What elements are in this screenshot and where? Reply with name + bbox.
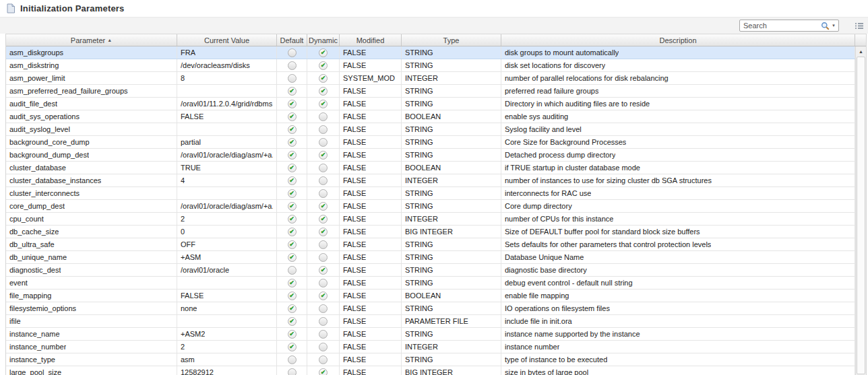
cell-text: FALSE: [343, 189, 366, 197]
table-row[interactable]: db_cache_size0✔✔FALSEBIG INTEGERSize of …: [6, 226, 855, 238]
table-row[interactable]: cpu_count2✔✔FALSEINTEGERnumber of CPUs f…: [6, 213, 855, 226]
unchecked-icon: [319, 330, 328, 339]
cell-type: STRING: [402, 238, 501, 250]
cell-text: large_pool_size: [9, 368, 61, 375]
table-row[interactable]: db_ultra_safeOFF✔FALSESTRINGSets default…: [6, 238, 855, 251]
cell-value: +ASM2: [177, 328, 277, 340]
table-row[interactable]: background_dump_dest/oravl01/oracle/diag…: [6, 149, 855, 162]
cell-param: filesystemio_options: [6, 302, 177, 314]
table-row[interactable]: cluster_database_instances4✔FALSEINTEGER…: [6, 174, 855, 187]
vertical-scrollbar[interactable]: ▲: [855, 46, 866, 375]
table-row[interactable]: instance_typeasmFALSESTRINGtype of insta…: [6, 353, 855, 366]
column-header-value[interactable]: Current Value: [177, 34, 277, 46]
cell-modified: FALSE: [340, 136, 402, 148]
cell-text: FALSE: [343, 343, 366, 351]
cell-text: STRING: [405, 240, 433, 248]
table-row[interactable]: file_mappingFALSE✔✔FALSEBOOLEANenable fi…: [6, 289, 855, 302]
search-input[interactable]: [740, 22, 819, 30]
cell-type: PARAMETER FILE: [402, 315, 501, 327]
column-header-dynamic[interactable]: Dynamic: [307, 34, 340, 46]
cell-type: STRING: [402, 264, 501, 276]
column-chooser-icon[interactable]: [855, 22, 864, 30]
page-title: Initialization Parameters: [20, 3, 125, 13]
cell-text: FALSE: [343, 355, 366, 364]
checked-icon: ✔: [319, 292, 328, 300]
cell-param: background_dump_dest: [6, 149, 177, 161]
cell-param: ifile: [6, 315, 177, 327]
cell-text: if TRUE startup in cluster database mode: [505, 164, 640, 172]
cell-text: FALSE: [343, 228, 366, 236]
table-row[interactable]: asm_power_limit8✔SYSTEM_MODINTEGERnumber…: [6, 72, 855, 85]
table-row[interactable]: cluster_databaseTRUE✔FALSEBOOLEANif TRUE…: [6, 162, 855, 174]
search-trigger[interactable]: ▼: [819, 22, 838, 30]
cell-modified: FALSE: [340, 251, 402, 263]
search-icon[interactable]: [821, 22, 830, 30]
cell-text: FALSE: [343, 279, 366, 287]
checked-icon: ✔: [288, 100, 297, 108]
cell-text: none: [181, 304, 197, 312]
cell-text: enable sys auditing: [505, 112, 568, 121]
cell-desc: Core Size for Background Processes: [501, 136, 855, 148]
unchecked-icon: [319, 253, 328, 262]
scroll-up-icon[interactable]: ▲: [856, 46, 866, 56]
cell-param: cluster_database: [6, 162, 177, 174]
cell-value: asm: [177, 353, 277, 366]
cell-text: Database Unique Name: [505, 253, 584, 261]
table-row[interactable]: large_pool_size12582912✔FALSEBIG INTEGER…: [6, 366, 855, 375]
cell-text: ifile: [9, 317, 21, 325]
table-row[interactable]: filesystemio_optionsnone✔FALSESTRINGIO o…: [6, 302, 855, 315]
table-row[interactable]: audit_file_dest/oravl01/11.2.0.4/grid/rd…: [6, 98, 855, 110]
table-row[interactable]: cluster_interconnects✔FALSESTRINGinterco…: [6, 187, 855, 200]
unchecked-icon: [319, 355, 328, 364]
toolbar: ▼: [0, 17, 868, 34]
cell-desc: Database Unique Name: [501, 251, 855, 263]
cell-desc: Size of DEFAULT buffer pool for standard…: [501, 226, 855, 238]
table-row[interactable]: instance_name+ASM2✔FALSESTRINGinstance n…: [6, 328, 855, 341]
cell-text: enable file mapping: [505, 292, 569, 300]
column-header-modified[interactable]: Modified: [340, 34, 402, 46]
table-row[interactable]: asm_diskstring/dev/oracleasm/disks✔FALSE…: [6, 59, 855, 72]
table-row[interactable]: instance_number2✔FALSEINTEGERinstance nu…: [6, 341, 855, 353]
cell-value: /oravl01/oracle: [177, 264, 277, 276]
unchecked-icon: [288, 368, 297, 375]
table-row[interactable]: ifile✔FALSEPARAMETER FILEinclude file in…: [6, 315, 855, 328]
cell-text: cluster_database_instances: [9, 176, 101, 184]
cell-text: asm_diskstring: [9, 61, 59, 69]
checked-icon: ✔: [288, 279, 297, 287]
cell-modified: SYSTEM_MOD: [340, 72, 402, 84]
unchecked-icon: [288, 74, 297, 83]
cell-default: ✔: [277, 238, 307, 250]
column-header-desc[interactable]: Description: [501, 34, 855, 46]
cell-text: FALSE: [343, 176, 366, 184]
table-row[interactable]: diagnostic_dest/oravl01/oracle✔FALSESTRI…: [6, 264, 855, 277]
cell-modified: FALSE: [340, 302, 402, 314]
cell-text: include file in init.ora: [505, 317, 572, 325]
unchecked-icon: [288, 266, 297, 275]
cell-dynamic: [307, 328, 340, 340]
cell-type: STRING: [402, 251, 501, 263]
cell-text: diagnostic base directory: [505, 266, 587, 274]
column-header-type[interactable]: Type: [402, 34, 501, 46]
table-row[interactable]: background_core_dumppartial✔FALSESTRINGC…: [6, 136, 855, 149]
scroll-thumb[interactable]: [857, 57, 865, 374]
table-row[interactable]: audit_sys_operationsFALSE✔FALSEBOOLEANen…: [6, 110, 855, 123]
cell-dynamic: ✔: [307, 366, 340, 375]
cell-desc: enable file mapping: [501, 289, 855, 302]
cell-text: FALSE: [343, 215, 366, 223]
table-row[interactable]: event✔FALSESTRINGdebug event control - d…: [6, 277, 855, 289]
column-header-param[interactable]: Parameter▲: [6, 34, 177, 46]
table-row[interactable]: audit_syslog_level✔FALSESTRINGSyslog fac…: [6, 123, 855, 136]
cell-text: +ASM2: [181, 330, 205, 338]
table-row[interactable]: db_unique_name+ASM✔FALSESTRINGDatabase U…: [6, 251, 855, 264]
cell-text: size in bytes of large pool: [505, 368, 588, 375]
grid-body: asm_diskgroupsFRA✔FALSESTRINGdisk groups…: [6, 46, 855, 375]
cell-desc: number of instances to use for sizing cl…: [501, 174, 855, 186]
chevron-down-icon[interactable]: ▼: [832, 24, 836, 28]
column-header-default[interactable]: Default: [277, 34, 307, 46]
table-row[interactable]: asm_preferred_read_failure_groups✔✔FALSE…: [6, 85, 855, 98]
checked-icon: ✔: [288, 164, 297, 172]
cell-value: FALSE: [177, 110, 277, 123]
cell-text: FALSE: [343, 368, 366, 375]
table-row[interactable]: core_dump_dest/oravl01/oracle/diag/asm/+…: [6, 200, 855, 213]
table-row[interactable]: asm_diskgroupsFRA✔FALSESTRINGdisk groups…: [6, 46, 855, 59]
